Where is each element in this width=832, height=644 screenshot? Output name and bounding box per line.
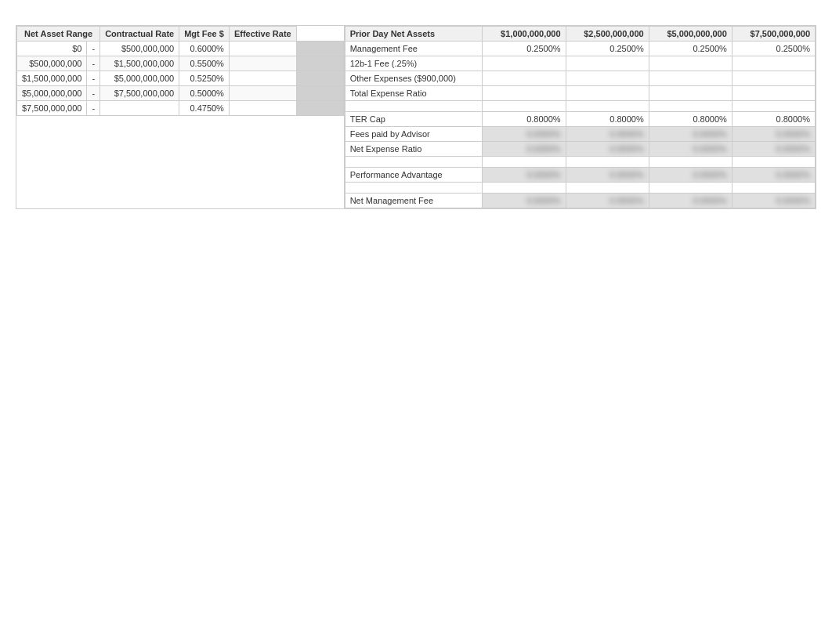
right-table-row: Other Expenses ($900,000) (345, 71, 815, 86)
mgt-fee (229, 101, 296, 116)
right-table-row: Total Expense Ratio (345, 86, 815, 101)
range-to: $500,000,000 (100, 42, 179, 56)
row-value (732, 71, 815, 86)
empty-cell (345, 101, 483, 112)
right-table-row (345, 183, 815, 194)
row-value: 0.0000% (483, 127, 566, 142)
effective-rate (296, 101, 343, 116)
row-value: 0.0000% (566, 194, 649, 208)
range-to (100, 101, 179, 116)
right-table: Prior Day Net Assets$1,000,000,000$2,500… (345, 25, 816, 209)
row-value (566, 71, 649, 86)
col-contractual-rate: Contractual Rate (100, 27, 179, 42)
row-value: 0.0000% (732, 168, 815, 183)
row-value: 0.0000% (483, 142, 566, 157)
row-value: 0.2500% (566, 42, 649, 56)
row-value (649, 86, 732, 101)
range-sep: - (87, 101, 100, 116)
range-to: $1,500,000,000 (100, 56, 179, 71)
right-table-row (345, 157, 815, 168)
right-table-row: Net Expense Ratio0.0000%0.0000%0.0000%0.… (345, 142, 815, 157)
tables-wrapper: Net Asset Range Contractual Rate Mgt Fee… (16, 25, 816, 209)
empty-cell (566, 157, 649, 168)
col-net-asset-range: Net Asset Range (17, 27, 100, 42)
row-value: 0.0000% (649, 194, 732, 208)
empty-cell (345, 183, 483, 194)
right-col-header-2: $2,500,000,000 (566, 27, 649, 42)
row-value: 0.0000% (732, 142, 815, 157)
empty-cell (345, 157, 483, 168)
row-value: 0.8000% (732, 112, 815, 127)
right-table-row (345, 101, 815, 112)
row-label: Other Expenses ($900,000) (345, 71, 483, 86)
row-value: 0.0000% (483, 168, 566, 183)
mgt-fee (229, 56, 296, 71)
row-value: 0.8000% (649, 112, 732, 127)
row-value: 0.0000% (649, 142, 732, 157)
range-sep: - (87, 86, 100, 101)
range-from: $0 (17, 42, 87, 56)
mgt-fee (229, 71, 296, 86)
row-value: 0.8000% (566, 112, 649, 127)
contractual-rate: 0.5500% (179, 56, 230, 71)
range-from: $7,500,000,000 (17, 101, 87, 116)
range-sep: - (87, 42, 100, 56)
empty-cell (732, 101, 815, 112)
left-table-row: $1,500,000,000-$5,000,000,0000.5250% (17, 71, 344, 86)
row-value (483, 71, 566, 86)
contractual-rate: 0.5000% (179, 86, 230, 101)
row-value: 0.8000% (483, 112, 566, 127)
effective-rate (296, 42, 343, 56)
right-col-header-0: Prior Day Net Assets (345, 27, 483, 42)
row-value (483, 56, 566, 71)
row-label: Net Expense Ratio (345, 142, 483, 157)
left-table-row: $0-$500,000,0000.6000% (17, 42, 344, 56)
right-table-row: TER Cap0.8000%0.8000%0.8000%0.8000% (345, 112, 815, 127)
left-table-row: $5,000,000,000-$7,500,000,0000.5000% (17, 86, 344, 101)
range-sep: - (87, 71, 100, 86)
row-label: Performance Advantage (345, 168, 483, 183)
empty-cell (566, 183, 649, 194)
range-from: $500,000,000 (17, 56, 87, 71)
mgt-fee (229, 42, 296, 56)
col-effective-rate: Effective Rate (229, 27, 296, 42)
row-value: 0.0000% (732, 127, 815, 142)
row-value (732, 56, 815, 71)
row-label: Management Fee (345, 42, 483, 56)
empty-cell (732, 183, 815, 194)
range-from: $5,000,000,000 (17, 86, 87, 101)
empty-cell (483, 101, 566, 112)
contractual-rate: 0.5250% (179, 71, 230, 86)
row-value: 0.2500% (732, 42, 815, 56)
empty-cell (483, 157, 566, 168)
empty-cell (649, 157, 732, 168)
right-col-header-1: $1,000,000,000 (483, 27, 566, 42)
col-mgt-fee: Mgt Fee $ (179, 27, 230, 42)
empty-cell (649, 183, 732, 194)
contractual-rate: 0.6000% (179, 42, 230, 56)
row-label: Fees paid by Advisor (345, 127, 483, 142)
contractual-rate: 0.4750% (179, 101, 230, 116)
range-from: $1,500,000,000 (17, 71, 87, 86)
range-to: $7,500,000,000 (100, 86, 179, 101)
row-label: TER Cap (345, 112, 483, 127)
row-value (566, 56, 649, 71)
mgt-fee (229, 86, 296, 101)
right-col-header-4: $7,500,000,000 (732, 27, 815, 42)
row-value (649, 71, 732, 86)
effective-rate (296, 56, 343, 71)
row-label: Net Management Fee (345, 194, 483, 208)
row-value: 0.0000% (566, 142, 649, 157)
empty-cell (483, 183, 566, 194)
right-table-row: Net Management Fee0.0000%0.0000%0.0000%0… (345, 194, 815, 208)
row-label: Total Expense Ratio (345, 86, 483, 101)
range-to: $5,000,000,000 (100, 71, 179, 86)
effective-rate (296, 71, 343, 86)
row-value: 0.0000% (566, 168, 649, 183)
row-value (732, 86, 815, 101)
row-value (649, 56, 732, 71)
empty-cell (649, 101, 732, 112)
row-value (483, 86, 566, 101)
empty-cell (566, 101, 649, 112)
row-value: 0.0000% (649, 168, 732, 183)
